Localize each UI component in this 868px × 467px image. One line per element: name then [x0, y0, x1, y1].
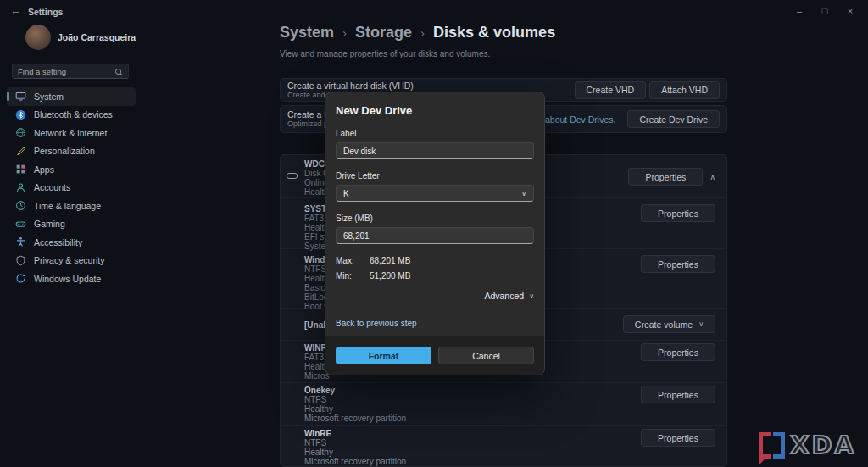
bluetooth-icon	[15, 109, 26, 120]
sidebar-item-label: Accessibility	[34, 237, 82, 247]
breadcrumb-system[interactable]: System	[280, 24, 334, 42]
breadcrumb: System › Storage › Disks & volumes	[280, 24, 555, 42]
back-arrow-icon[interactable]: ←	[10, 4, 21, 17]
sidebar-item-accounts[interactable]: Accounts	[7, 179, 136, 197]
size-field-label: Size (MB)	[336, 214, 534, 223]
label-input-value: Dev disk	[343, 147, 376, 156]
volume-detail: Microsoft recovery partition	[304, 457, 641, 466]
globe-icon	[15, 127, 26, 138]
create-volume-label: Create volume	[635, 320, 693, 330]
create-vhd-button[interactable]: Create VHD	[575, 81, 647, 99]
sidebar-item-personalization[interactable]: Personalization	[7, 142, 136, 161]
breadcrumb-storage[interactable]: Storage	[355, 24, 412, 42]
sidebar-item-accessibility[interactable]: Accessibility	[7, 233, 136, 252]
label-input[interactable]: Dev disk	[336, 142, 534, 159]
drive-letter-label: Drive Letter	[336, 171, 534, 181]
volume-detail: Microsoft recovery partition	[304, 414, 641, 423]
min-label: Min:	[336, 271, 370, 281]
xda-blue-bracket-icon	[773, 432, 785, 459]
table-row: WinRE NTFS Healthy Microsoft recovery pa…	[281, 425, 726, 467]
size-input[interactable]: 68,201	[336, 227, 534, 244]
chevron-up-icon[interactable]: ∧	[709, 173, 715, 181]
sidebar-item-system[interactable]: System	[7, 87, 136, 106]
format-button[interactable]: Format	[336, 347, 431, 364]
search-input[interactable]: Find a setting	[12, 64, 129, 79]
dialog-title: New Dev Drive	[336, 104, 534, 117]
window-title: Settings	[28, 7, 63, 17]
volume-detail: Healthy	[304, 404, 641, 414]
chevron-right-icon: ›	[342, 25, 347, 40]
xda-logo-text: XDA	[790, 432, 856, 459]
label-field-label: Label	[336, 129, 534, 138]
sidebar-item-apps[interactable]: Apps	[7, 160, 136, 179]
max-value: 68,201 MB	[370, 256, 410, 265]
volume-detail: Healthy	[304, 448, 641, 457]
sidebar-item-time-language[interactable]: Time & language	[7, 197, 136, 215]
advanced-label: Advanced	[484, 291, 524, 301]
drive-letter-select[interactable]: K ∨	[336, 185, 534, 202]
maximize-icon[interactable]: □	[812, 0, 837, 22]
table-row: Onekey NTFS Healthy Microsoft recovery p…	[281, 382, 726, 425]
sidebar-item-windows-update[interactable]: Windows Update	[7, 270, 136, 288]
min-value: 51,200 MB	[370, 271, 410, 281]
xda-red-bracket-icon	[759, 432, 771, 459]
page-subtitle: View and manage properties of your disks…	[280, 49, 490, 58]
sidebar-item-privacy-security[interactable]: Privacy & security	[7, 252, 136, 270]
vhd-card-title: Create a virtual hard disk (VHD)	[287, 81, 414, 91]
avatar[interactable]	[25, 25, 51, 50]
search-placeholder: Find a setting	[18, 67, 66, 76]
sidebar-item-network-internet[interactable]: Network & internet	[7, 124, 136, 142]
max-size-row: Max: 68,201 MB	[336, 256, 534, 265]
accessibility-person-icon	[15, 236, 26, 247]
min-size-row: Min: 51,200 MB	[336, 271, 534, 281]
paintbrush-icon	[15, 146, 26, 157]
system-icon	[15, 91, 26, 102]
minimize-icon[interactable]: –	[787, 0, 812, 22]
size-input-value: 68,201	[343, 231, 370, 241]
create-volume-button[interactable]: Create volume ∨	[623, 315, 715, 333]
properties-button[interactable]: Properties	[628, 168, 703, 186]
user-name: João Carrasqueira	[58, 32, 136, 42]
xda-watermark: XDA	[759, 432, 856, 459]
properties-button[interactable]: Properties	[641, 255, 715, 273]
chevron-down-icon: ∨	[698, 320, 704, 328]
sidebar-item-label: Time & language	[34, 201, 101, 211]
gamepad-icon	[15, 219, 26, 230]
person-icon	[15, 182, 26, 193]
chevron-right-icon: ›	[420, 25, 425, 40]
properties-button[interactable]: Properties	[641, 204, 715, 222]
search-icon	[115, 69, 121, 75]
new-dev-drive-dialog: New Dev Drive Label Dev disk Drive Lette…	[325, 92, 545, 375]
attach-vhd-button[interactable]: Attach VHD	[649, 81, 720, 99]
sidebar-item-gaming[interactable]: Gaming	[7, 215, 136, 234]
sidebar-item-bluetooth-devices[interactable]: Bluetooth & devices	[7, 106, 136, 125]
volume-name: WinRE	[304, 429, 641, 438]
properties-button[interactable]: Properties	[641, 429, 715, 447]
window-controls: – □ ×	[787, 0, 863, 22]
dialog-footer: Format Cancel	[326, 336, 544, 375]
update-arrows-icon	[15, 273, 26, 284]
back-to-previous-step-link[interactable]: Back to previous step	[336, 319, 417, 328]
disk-drive-icon	[287, 173, 298, 179]
clock-icon	[15, 200, 26, 211]
advanced-toggle[interactable]: Advanced ∨	[336, 291, 534, 301]
sidebar-item-label: Network & internet	[34, 128, 107, 138]
chevron-down-icon: ∨	[529, 292, 534, 300]
settings-window: ← Settings – □ × João Carrasqueira Find …	[0, 0, 868, 467]
cancel-button[interactable]: Cancel	[438, 347, 534, 364]
sidebar-item-label: Apps	[34, 164, 54, 175]
properties-button[interactable]: Properties	[641, 343, 715, 361]
sidebar-item-label: Personalization	[34, 146, 95, 156]
create-dev-drive-button[interactable]: Create Dev Drive	[627, 110, 720, 128]
page-title: Disks & volumes	[433, 24, 555, 42]
sidebar-item-label: System	[34, 92, 64, 102]
volume-name: Onekey	[304, 386, 641, 395]
chevron-down-icon: ∨	[521, 190, 526, 197]
properties-button[interactable]: Properties	[641, 386, 715, 403]
sidebar-item-label: Accounts	[34, 182, 70, 192]
sidebar-item-label: Gaming	[34, 219, 65, 229]
sidebar-item-label: Bluetooth & devices	[34, 109, 113, 120]
drive-letter-value: K	[343, 189, 349, 198]
close-icon[interactable]: ×	[837, 0, 863, 22]
apps-grid-icon	[15, 164, 26, 175]
